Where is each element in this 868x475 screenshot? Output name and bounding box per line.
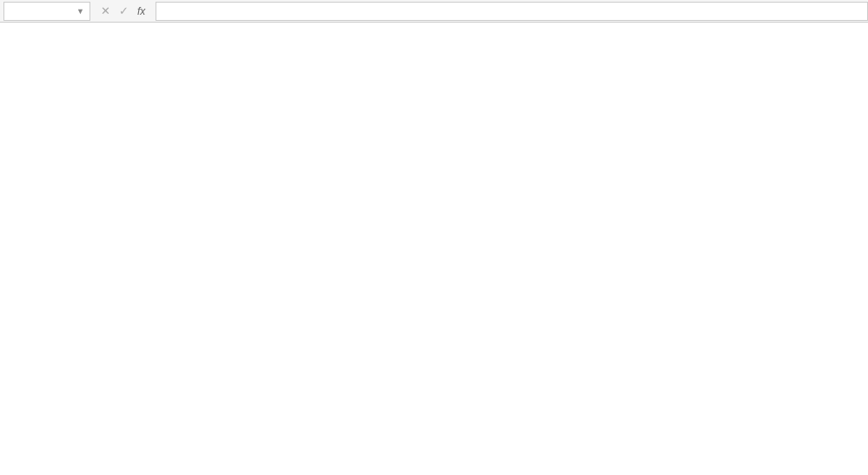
formula-input[interactable]: [156, 2, 868, 21]
accept-icon[interactable]: ✓: [119, 4, 129, 17]
formula-bar: ▼ ✕ ✓ fx: [0, 0, 868, 23]
name-box-dropdown-icon[interactable]: ▼: [76, 7, 84, 16]
cancel-icon[interactable]: ✕: [101, 4, 110, 17]
name-box[interactable]: ▼: [3, 2, 90, 21]
formula-bar-icons: ✕ ✓ fx: [90, 4, 156, 17]
fx-icon[interactable]: fx: [137, 5, 145, 17]
